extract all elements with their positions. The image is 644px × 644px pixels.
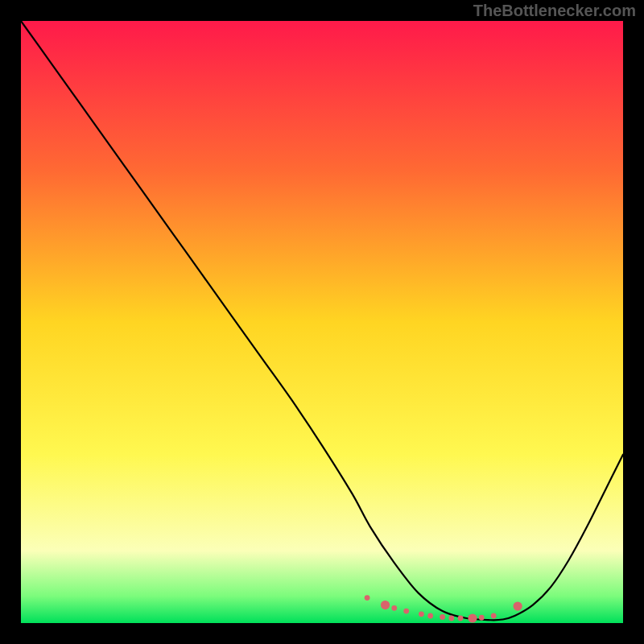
data-marker (391, 605, 397, 611)
data-marker (381, 601, 390, 609)
data-marker (514, 601, 522, 610)
plot-area (21, 21, 623, 623)
chart-svg (21, 21, 623, 623)
data-marker (403, 609, 409, 614)
data-marker (468, 613, 477, 622)
data-marker (491, 613, 497, 619)
data-marker (419, 611, 424, 617)
data-marker (365, 595, 370, 601)
data-marker (440, 614, 445, 620)
data-marker (479, 615, 485, 621)
data-marker (458, 616, 464, 621)
data-marker (427, 613, 433, 619)
data-marker (448, 616, 454, 621)
chart-background (21, 21, 623, 623)
watermark-text: TheBottlenecker.com (473, 2, 636, 20)
chart-container: TheBottlenecker.com (0, 0, 644, 644)
